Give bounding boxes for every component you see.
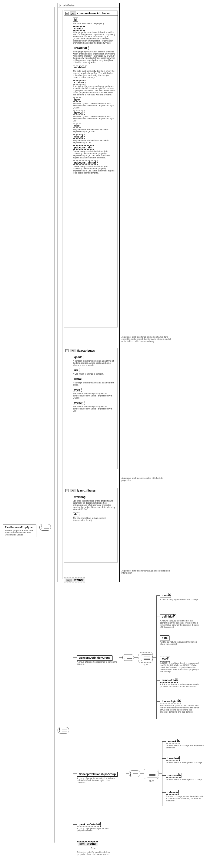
attributes-group-box: − attributes − grp: commonPowerAttribute… [58,3,120,6]
attributes-header[interactable]: − attributes [58,3,119,6]
collapse-icon[interactable]: − [59,4,62,6]
attributes-label: attributes [63,4,74,6]
